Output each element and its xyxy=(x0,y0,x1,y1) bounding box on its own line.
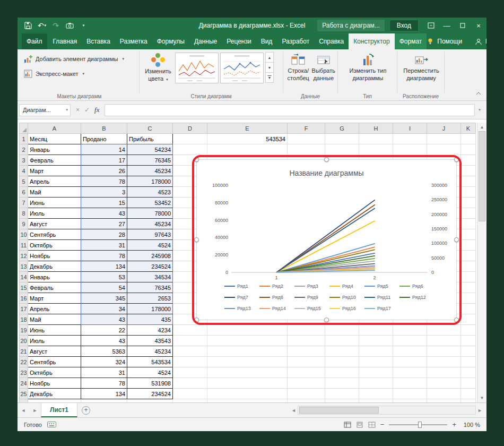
minimize-button[interactable]: — xyxy=(439,18,455,33)
row-header-7[interactable]: 7 xyxy=(20,198,28,208)
cell-B21[interactable]: 5363 xyxy=(81,346,127,357)
cell-C5[interactable]: 178000 xyxy=(127,176,173,187)
cell-K2[interactable] xyxy=(461,144,476,155)
camera-button[interactable] xyxy=(63,20,76,31)
column-header-C[interactable]: C xyxy=(127,123,173,134)
scroll-up-arrow[interactable]: ▲ xyxy=(477,125,486,130)
qat-customize-button[interactable]: ▾ xyxy=(77,20,90,31)
cell-J24[interactable] xyxy=(427,378,461,389)
cell-A1[interactable]: Месяц xyxy=(28,134,81,144)
cell-K15[interactable] xyxy=(461,282,476,293)
save-button[interactable] xyxy=(22,20,34,31)
chart-resize-handle[interactable] xyxy=(454,318,459,322)
undo-dropdown-icon[interactable]: ▾ xyxy=(45,23,47,28)
share-button[interactable]: Поделиться xyxy=(485,38,486,45)
cell-J20[interactable] xyxy=(427,336,461,346)
chart-resize-handle[interactable] xyxy=(454,237,459,242)
cell-K3[interactable] xyxy=(461,155,476,166)
tab-help[interactable]: Справка xyxy=(314,33,349,49)
cell-B5[interactable]: 78 xyxy=(81,176,127,187)
cell-I26[interactable] xyxy=(393,399,427,403)
row-header-11[interactable]: 11 xyxy=(20,240,28,251)
cell-J19[interactable] xyxy=(427,325,461,336)
tab-view[interactable]: Вид xyxy=(256,33,277,49)
row-header-25[interactable]: 25 xyxy=(20,389,28,399)
cell-B17[interactable]: 34 xyxy=(81,304,127,314)
horizontal-scrollbar[interactable]: ◄ ► xyxy=(291,405,482,415)
cell-B14[interactable]: 53 xyxy=(81,272,127,282)
cell-B19[interactable]: 22 xyxy=(81,325,127,336)
cell-K24[interactable] xyxy=(461,378,476,389)
cell-K23[interactable] xyxy=(461,367,476,378)
cell-C18[interactable]: 435 xyxy=(127,314,173,325)
cell-H25[interactable] xyxy=(359,389,393,399)
cell-A13[interactable]: Декабрь xyxy=(28,261,81,272)
collapse-ribbon-button[interactable] xyxy=(476,88,481,97)
redo-button[interactable]: ↷ xyxy=(49,20,62,31)
cell-A14[interactable]: Январь xyxy=(28,272,81,282)
cell-C17[interactable]: 178000 xyxy=(127,304,173,314)
cell-C20[interactable]: 43543 xyxy=(127,336,173,346)
cell-K18[interactable] xyxy=(461,314,476,325)
zoom-slider[interactable] xyxy=(389,424,447,425)
tab-chart-design[interactable]: Конструктор xyxy=(349,33,394,49)
tab-review[interactable]: Рецензи xyxy=(222,33,256,49)
column-header-B[interactable]: B xyxy=(81,123,127,134)
cell-K21[interactable] xyxy=(461,346,476,357)
cell-K4[interactable] xyxy=(461,166,476,176)
cell-C14[interactable]: 34534 xyxy=(127,272,173,282)
row-header-4[interactable]: 4 xyxy=(20,166,28,176)
cell-A4[interactable]: Март xyxy=(28,166,81,176)
sheet-nav-right-button[interactable]: ► xyxy=(29,403,41,417)
cell-K10[interactable] xyxy=(461,229,476,240)
chart-resize-handle[interactable] xyxy=(194,318,199,322)
cell-D2[interactable] xyxy=(173,144,207,155)
cell-C22[interactable]: 543534 xyxy=(127,357,173,367)
cell-K6[interactable] xyxy=(461,187,476,198)
cell-H2[interactable] xyxy=(359,144,393,155)
cell-B6[interactable]: 3 xyxy=(81,187,127,198)
row-header-6[interactable]: 6 xyxy=(20,187,28,198)
row-header-21[interactable]: 21 xyxy=(20,346,28,357)
cell-K13[interactable] xyxy=(461,261,476,272)
cell-D22[interactable] xyxy=(173,357,207,367)
cell-K25[interactable] xyxy=(461,389,476,399)
cell-F20[interactable] xyxy=(288,336,325,346)
cell-C7[interactable]: 53452 xyxy=(127,198,173,208)
cell-D21[interactable] xyxy=(173,346,207,357)
cell-K1[interactable] xyxy=(461,134,476,144)
cell-G20[interactable] xyxy=(325,336,359,346)
tab-home[interactable]: Главная xyxy=(48,33,82,49)
cell-D19[interactable] xyxy=(173,325,207,336)
cell-C9[interactable]: 45234 xyxy=(127,219,173,229)
sheet-tab-list1[interactable]: Лист1 xyxy=(41,403,77,417)
chart-object[interactable]: Название диаграммы0200004000060000800001… xyxy=(196,159,457,320)
cell-B25[interactable]: 134 xyxy=(81,389,127,399)
cell-J23[interactable] xyxy=(427,367,461,378)
column-header-E[interactable]: E xyxy=(207,123,288,134)
cell-G2[interactable] xyxy=(325,144,359,155)
cell-C11[interactable]: 4524 xyxy=(127,240,173,251)
cell-E20[interactable] xyxy=(207,336,288,346)
row-header-22[interactable]: 22 xyxy=(20,357,28,367)
cell-D25[interactable] xyxy=(173,389,207,399)
cell-C1[interactable]: Прибыль xyxy=(127,134,173,144)
row-header-15[interactable]: 15 xyxy=(20,282,28,293)
cell-K22[interactable] xyxy=(461,357,476,367)
cell-D20[interactable] xyxy=(173,336,207,346)
cell-D26[interactable] xyxy=(173,399,207,403)
cell-E25[interactable] xyxy=(207,389,288,399)
column-header-I[interactable]: I xyxy=(393,123,427,134)
cell-E21[interactable] xyxy=(207,346,288,357)
cell-F21[interactable] xyxy=(288,346,325,357)
cell-B7[interactable]: 15 xyxy=(81,198,127,208)
cell-A25[interactable]: Декабрь xyxy=(28,389,81,399)
cell-B4[interactable]: 26 xyxy=(81,166,127,176)
scroll-down-arrow[interactable]: ▼ xyxy=(477,396,486,400)
row-header-16[interactable]: 16 xyxy=(20,293,28,304)
cell-G26[interactable] xyxy=(325,399,359,403)
styles-more-button[interactable]: ▼ xyxy=(265,72,274,83)
row-header-20[interactable]: 20 xyxy=(20,336,28,346)
record-macro-icon[interactable] xyxy=(47,422,56,427)
cell-B26[interactable] xyxy=(81,399,127,403)
